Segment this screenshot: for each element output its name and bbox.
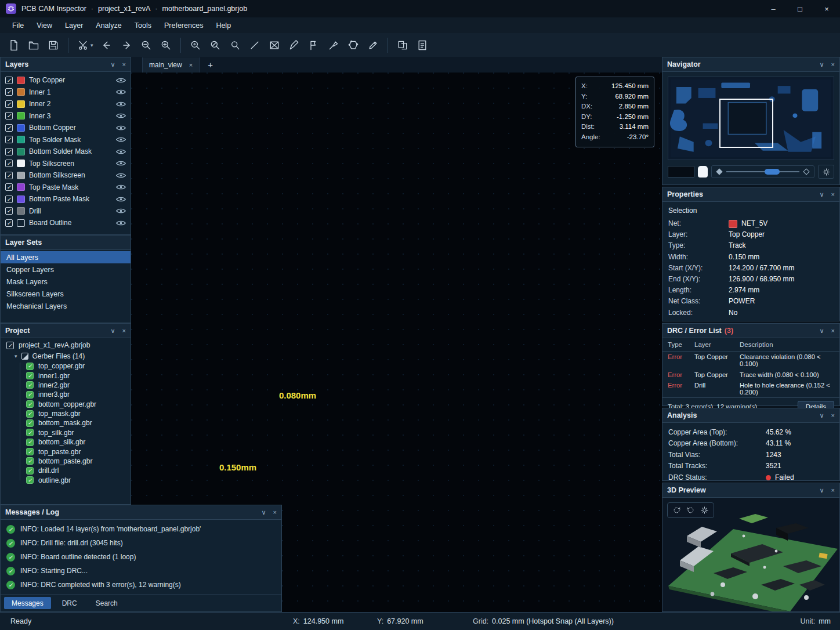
probe-button[interactable] (324, 37, 343, 54)
tab-drc[interactable]: DRC (55, 597, 85, 609)
footprint-button[interactable] (305, 37, 323, 54)
menu-layer[interactable]: Layer (59, 19, 89, 32)
layer-checkbox[interactable]: ✓ (5, 183, 13, 191)
delete-selection-button[interactable] (265, 37, 284, 54)
rotate-ccw-icon[interactable] (672, 506, 681, 515)
file-item[interactable]: ✓bottom_paste.gbr (1, 457, 131, 466)
slider-handle[interactable] (765, 169, 780, 175)
layer-set-all-layers[interactable]: All Layers (1, 251, 131, 263)
cut-button[interactable] (74, 37, 92, 54)
drc-row[interactable]: ErrorTop CopperTrace width (0.080 < 0.10… (662, 369, 839, 379)
file-item[interactable]: ✓inner1.gbr (1, 371, 131, 380)
slider-left-icon[interactable] (716, 168, 722, 175)
compare-layers-button[interactable] (393, 37, 412, 54)
eye-icon[interactable] (116, 125, 126, 131)
eye-icon[interactable] (116, 208, 126, 214)
file-item[interactable]: ✓inner2.gbr (1, 381, 131, 390)
eye-icon[interactable] (116, 220, 126, 226)
minimap-viewport-rect[interactable] (719, 99, 773, 148)
navigator-minimap[interactable] (668, 77, 834, 160)
collapse-icon[interactable]: ∨ (262, 509, 266, 516)
layer-set-mechanical-layers[interactable]: Mechanical Layers (1, 300, 131, 312)
layer-set-silkscreen-layers[interactable]: Silkscreen Layers (1, 288, 131, 300)
layer-row[interactable]: ✓Top Paste Mask (1, 182, 131, 194)
polygon-button[interactable] (344, 37, 363, 54)
layer-checkbox[interactable]: ✓ (5, 100, 13, 108)
close-icon[interactable]: × (831, 487, 835, 494)
eye-icon[interactable] (116, 160, 126, 166)
eye-icon[interactable] (116, 172, 126, 179)
file-item[interactable]: ✓top_paste.gbr (1, 447, 131, 456)
layer-checkbox[interactable]: ✓ (5, 219, 13, 227)
close-icon[interactable]: × (122, 61, 126, 68)
layer-checkbox[interactable]: ✓ (5, 207, 13, 215)
layer-row[interactable]: ✓Inner 1 (1, 86, 131, 99)
menu-preferences[interactable]: Preferences (158, 19, 209, 32)
collapse-icon[interactable]: ∨ (111, 61, 115, 68)
tab-close-icon[interactable]: × (189, 61, 193, 68)
search-button[interactable] (226, 37, 244, 54)
cut-dropdown-caret[interactable]: ▾ (90, 42, 96, 48)
eye-icon[interactable] (116, 149, 126, 155)
file-item[interactable]: ✓bottom_silk.gbr (1, 437, 131, 447)
zoom-slider[interactable] (711, 165, 814, 178)
layer-checkbox[interactable]: ✓ (5, 148, 13, 155)
preview-3d-viewport[interactable] (662, 498, 839, 611)
layer-checkbox[interactable]: ✓ (5, 172, 13, 179)
menu-analyze[interactable]: Analyze (89, 19, 128, 32)
file-item[interactable]: ✓drill.drl (1, 466, 131, 475)
layer-row[interactable]: ✓Inner 3 (1, 110, 131, 122)
menu-file[interactable]: File (6, 19, 30, 32)
line-tool-button[interactable] (245, 37, 264, 54)
redo-button[interactable] (117, 37, 136, 54)
eye-icon[interactable] (116, 77, 126, 84)
file-item[interactable]: ✓top_copper.gbr (1, 361, 131, 371)
eye-icon[interactable] (116, 196, 126, 202)
drc-row[interactable]: ErrorDrillHole to hole clearance (0.152 … (662, 380, 839, 397)
eye-icon[interactable] (116, 101, 126, 107)
layer-checkbox[interactable]: ✓ (5, 160, 13, 167)
layer-row[interactable]: ✓Bottom Paste Mask (1, 193, 131, 205)
rotate-cw-icon[interactable] (686, 506, 695, 515)
draw-trace-button[interactable] (285, 37, 303, 54)
gerber-files-group[interactable]: ▾ Gerber Files (14) (1, 351, 131, 361)
pan-tool-icon[interactable] (698, 166, 708, 178)
menu-help[interactable]: Help (209, 19, 237, 32)
eye-icon[interactable] (116, 89, 126, 95)
slider-track[interactable] (726, 171, 799, 172)
collapse-icon[interactable]: ∨ (820, 61, 824, 68)
close-icon[interactable]: × (273, 509, 277, 516)
zoom-fit-button[interactable] (186, 37, 205, 54)
tab-messages[interactable]: Messages (4, 597, 51, 609)
collapse-icon[interactable]: ∨ (820, 487, 824, 494)
new-file-button[interactable] (5, 37, 23, 54)
eye-icon[interactable] (116, 136, 126, 143)
tab-main-view[interactable]: main_view × (142, 57, 200, 73)
layer-checkbox[interactable]: ✓ (5, 136, 13, 143)
close-icon[interactable]: × (831, 412, 835, 419)
layer-row[interactable]: ✓Board Outline (1, 217, 131, 229)
zoom-in-button[interactable] (157, 37, 175, 54)
zoom-out-button[interactable] (137, 37, 155, 54)
collapse-icon[interactable]: ∨ (820, 191, 824, 198)
annotate-button[interactable] (364, 37, 382, 54)
layer-checkbox[interactable]: ✓ (5, 124, 13, 132)
net-probe-button[interactable] (206, 37, 225, 54)
layer-set-mask-layers[interactable]: Mask Layers (1, 276, 131, 288)
file-item[interactable]: ✓top_mask.gbr (1, 409, 131, 418)
navigator-settings-button[interactable] (818, 165, 834, 179)
menu-tools[interactable]: Tools (128, 19, 158, 32)
collapse-icon[interactable]: ∨ (820, 412, 824, 419)
close-icon[interactable]: × (831, 327, 835, 335)
new-tab-button[interactable]: + (208, 60, 213, 70)
close-icon[interactable]: × (122, 327, 126, 335)
layer-row[interactable]: ✓Inner 2 (1, 98, 131, 110)
layer-row[interactable]: ✓Bottom Copper (1, 122, 131, 134)
layer-row[interactable]: ✓Bottom Solder Mask (1, 146, 131, 158)
gear-icon[interactable] (700, 506, 709, 515)
file-item[interactable]: ✓bottom_mask.gbr (1, 418, 131, 428)
layer-checkbox[interactable]: ✓ (5, 88, 13, 96)
collapse-icon[interactable]: ∨ (820, 327, 824, 335)
menu-view[interactable]: View (30, 19, 59, 32)
drc-row[interactable]: ErrorTop CopperClearance violation (0.08… (662, 352, 839, 369)
